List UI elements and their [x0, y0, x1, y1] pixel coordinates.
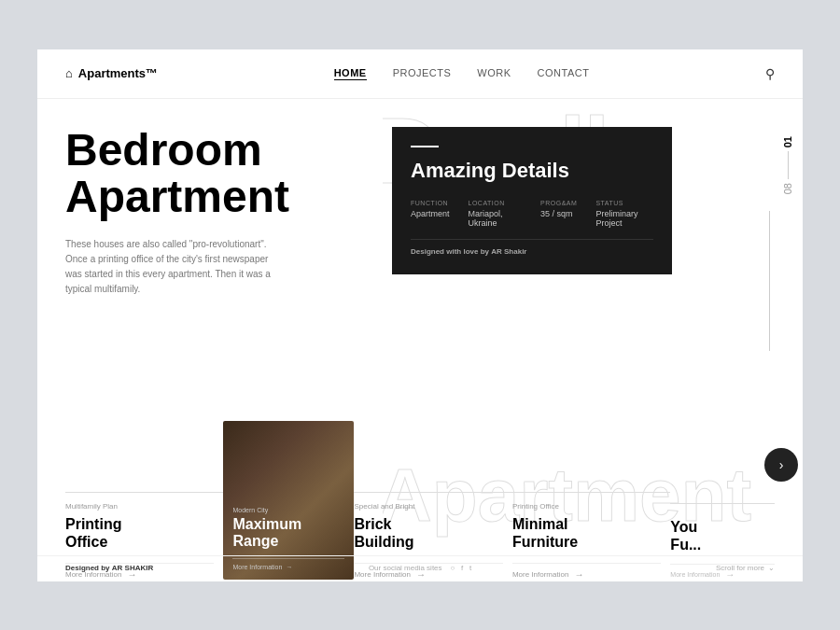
logo-icon: ⌂	[65, 66, 73, 80]
info-card-stats: FUNCTION Apartment LOCATION Mariapol, Uk…	[411, 200, 653, 228]
main-nav: HOME PROJECTS WORK CONTACT	[334, 67, 590, 80]
card-title-2: MaximumRange	[232, 516, 344, 551]
search-icon[interactable]: ⚲	[765, 66, 775, 81]
instagram-icon[interactable]: ○	[450, 564, 455, 572]
footer-scroll[interactable]: Scroll for more ⌄	[716, 564, 775, 572]
nav-work[interactable]: WORK	[477, 67, 511, 80]
info-card-title: Amazing Details	[411, 159, 653, 183]
logo-text: Apartments™	[78, 66, 158, 80]
footer-social-label: Our social media sites ○ f t	[369, 564, 471, 572]
hero-description: These houses are also called "pro-revolu…	[65, 237, 271, 297]
next-button[interactable]: ›	[764, 448, 798, 482]
card-tag-2: Modern City	[232, 507, 344, 513]
scroll-line	[769, 211, 770, 351]
page-current: 01	[782, 136, 793, 147]
nav-contact[interactable]: CONTACT	[538, 67, 590, 80]
footer: Designed by AR SHAKIR Our social media s…	[37, 555, 803, 580]
nav-home[interactable]: HOME	[334, 67, 367, 80]
pagination: 01 08	[782, 136, 793, 195]
stat-location: LOCATION Mariapol, Ukraine	[469, 200, 523, 228]
card-title-1: PrintingOffice	[65, 515, 214, 551]
card-tag-4: Printing Office	[512, 502, 661, 511]
info-card-footer: Designed with love by AR Shakir	[411, 239, 653, 256]
info-card: Amazing Details FUNCTION Apartment LOCAT…	[392, 127, 672, 274]
card-tag-3: Special and Bright	[354, 502, 502, 511]
main-window: ⌂ Apartments™ HOME PROJECTS WORK CONTACT…	[37, 49, 803, 581]
card-title-4: MinimalFurniture	[512, 515, 661, 551]
footer-credit: Designed by AR SHAKIR	[65, 564, 153, 572]
twitter-icon[interactable]: t	[469, 564, 471, 572]
header: ⌂ Apartments™ HOME PROJECTS WORK CONTACT…	[37, 49, 803, 99]
stat-status: STATUS Preliminary Project	[595, 200, 653, 228]
hero-title: Bedroom Apartment	[65, 127, 355, 221]
card-tag-1: Multifamily Plan	[65, 502, 214, 511]
page-total: 08	[782, 183, 793, 194]
nav-projects[interactable]: PROJECTS	[393, 67, 452, 80]
page-divider	[788, 151, 789, 179]
stat-program: PROG&AM 35 / sqm	[540, 200, 577, 228]
chevron-down-icon: ⌄	[768, 564, 775, 572]
facebook-icon[interactable]: f	[461, 564, 463, 572]
info-card-divider	[411, 146, 439, 147]
stat-function: FUNCTION Apartment	[411, 200, 450, 228]
card-title-5: YouFu...	[670, 518, 775, 553]
card-title-3: BrickBuilding	[354, 515, 502, 551]
logo: ⌂ Apartments™	[65, 66, 158, 80]
main-content: Bedroom Apartment These houses are also …	[37, 99, 803, 580]
